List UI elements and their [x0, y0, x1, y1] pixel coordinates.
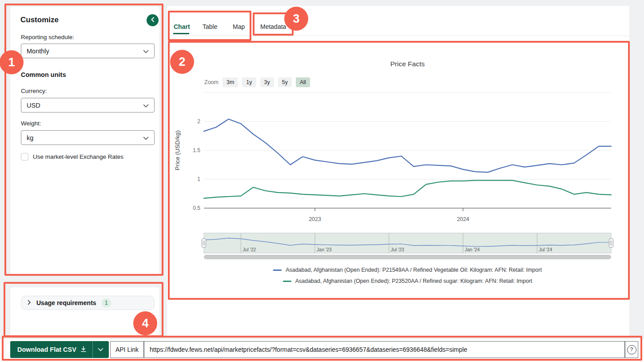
chevron-down-icon — [143, 134, 149, 141]
legend-item-vegetable-oil[interactable]: Asadabad, Afghanistan (Open Ended): P215… — [204, 265, 611, 275]
collapse-sidebar-button[interactable] — [147, 14, 159, 26]
svg-text:1: 1 — [197, 176, 200, 182]
reporting-schedule-value: Monthly — [27, 48, 49, 55]
svg-text:0.5: 0.5 — [193, 205, 200, 211]
chevron-down-icon — [143, 102, 149, 109]
exchange-rates-checkbox-row[interactable]: Use market-level Exchange Rates — [21, 153, 123, 161]
exchange-rates-checkbox[interactable] — [21, 153, 28, 161]
weight-value: kg — [27, 134, 33, 141]
usage-requirements-label: Usage requirements — [36, 299, 96, 306]
currency-label: Currency: — [21, 88, 47, 94]
chevron-down-icon — [143, 48, 149, 55]
svg-text:Jan '23: Jan '23 — [317, 247, 332, 252]
svg-text:Jul '23: Jul '23 — [391, 247, 404, 252]
svg-text:1.5: 1.5 — [193, 147, 200, 153]
chevron-right-icon — [28, 299, 31, 307]
reporting-schedule-label: Reporting schedule: — [21, 34, 74, 40]
download-icon — [80, 346, 87, 354]
usage-requirements-count-badge: 1 — [102, 298, 111, 308]
legend-label: Asadabad, Afghanistan (Open Ended): P235… — [295, 278, 533, 284]
exchange-rates-checkbox-label: Use market-level Exchange Rates — [33, 153, 123, 160]
page: Customize Reporting schedule: Monthly Co… — [0, 0, 644, 362]
weight-label: Weight: — [21, 120, 41, 127]
chart-panel: Chart Table Map Metadata Price Facts Zoo… — [167, 5, 630, 338]
svg-text:Jul '22: Jul '22 — [242, 247, 256, 252]
api-link-label: API Link — [110, 341, 144, 358]
reporting-schedule-select[interactable]: Monthly — [21, 44, 155, 58]
usage-requirements-panel: Usage requirements 1 — [10, 287, 160, 338]
legend-label: Asadabad, Afghanistan (Open Ended): P215… — [286, 267, 542, 273]
bottom-bar: Download Flat CSV API Link ? — [0, 339, 644, 362]
svg-text:2024: 2024 — [457, 216, 469, 222]
currency-select[interactable]: USD — [21, 98, 155, 113]
download-options-caret[interactable] — [93, 348, 109, 351]
common-units-title: Common units — [21, 71, 66, 78]
chevron-left-icon — [151, 17, 155, 24]
download-flat-csv-button[interactable]: Download Flat CSV — [10, 341, 109, 358]
svg-text:Jan '24: Jan '24 — [465, 247, 480, 252]
help-icon: ? — [627, 345, 636, 354]
chart-legend: Asadabad, Afghanistan (Open Ended): P215… — [204, 265, 611, 286]
svg-text:Price (USD/kg): Price (USD/kg) — [174, 130, 181, 170]
customize-panel: Customize Reporting schedule: Monthly Co… — [10, 6, 160, 276]
svg-text:2023: 2023 — [309, 216, 321, 222]
svg-text:Jul '24: Jul '24 — [539, 247, 552, 252]
customize-title: Customize — [20, 16, 59, 24]
download-label: Download Flat CSV — [17, 346, 76, 353]
legend-dash-green — [283, 281, 291, 282]
currency-value: USD — [27, 102, 40, 109]
usage-requirements-accordion[interactable]: Usage requirements 1 — [21, 296, 155, 310]
svg-text:2: 2 — [197, 118, 200, 125]
weight-select[interactable]: kg — [21, 130, 155, 145]
help-button[interactable]: ? — [625, 341, 638, 358]
legend-dash-blue — [273, 269, 282, 271]
legend-item-refined-sugar[interactable]: Asadabad, Afghanistan (Open Ended): P235… — [204, 276, 611, 286]
api-url-input[interactable] — [144, 341, 625, 358]
